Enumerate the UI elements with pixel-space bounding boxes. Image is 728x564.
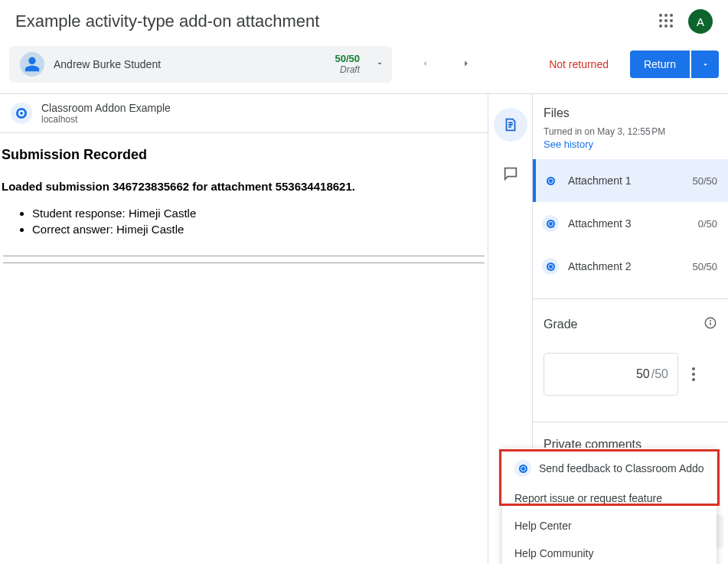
file-score: 0/50 — [698, 218, 717, 230]
student-name: Andrew Burke Student — [54, 58, 325, 70]
files-tab-icon[interactable] — [494, 108, 527, 142]
help-menu-popup: Send feedback to Classroom Addon Example… — [502, 448, 717, 564]
addon-title: Classroom Addon Example — [41, 102, 171, 114]
submission-bullet: Correct answer: Himeji Castle — [32, 223, 486, 236]
account-avatar[interactable]: A — [688, 9, 713, 34]
menu-item-label: Send feedback to Classroom Addon Example — [539, 462, 704, 474]
grade-more-icon[interactable] — [692, 367, 695, 381]
addon-icon — [514, 460, 531, 477]
return-button[interactable]: Return — [630, 51, 690, 78]
submission-heading: Submission Recorded — [2, 147, 486, 163]
file-row[interactable]: Attachment 3 0/50 — [533, 202, 728, 245]
addon-iframe: Submission Recorded Loaded submission 34… — [0, 133, 488, 564]
grade-info-icon[interactable] — [704, 316, 717, 333]
student-avatar-icon — [20, 52, 44, 77]
help-community-item[interactable]: Help Community — [502, 540, 717, 564]
dropdown-arrow-icon — [375, 57, 384, 71]
files-title: Files — [544, 106, 717, 120]
comments-tab-icon[interactable] — [494, 157, 527, 191]
google-apps-icon[interactable] — [659, 14, 674, 29]
submission-loaded-line: Loaded submission 346723835662 for attac… — [2, 180, 486, 193]
file-row[interactable]: Attachment 1 50/50 — [533, 159, 728, 202]
student-score: 50/50 — [335, 54, 360, 64]
file-row[interactable]: Attachment 2 50/50 — [533, 245, 728, 288]
file-score: 50/50 — [692, 175, 717, 187]
help-center-item[interactable]: Help Center — [502, 512, 717, 540]
submission-bullet: Student response: Himeji Castle — [32, 207, 486, 220]
menu-item-label: Help Center — [514, 520, 572, 532]
file-name: Attachment 1 — [568, 174, 683, 187]
svg-point-2 — [710, 321, 711, 321]
attachment-icon — [542, 215, 559, 232]
menu-item-label: Report issue or request feature — [514, 492, 662, 504]
attachment-icon — [542, 258, 559, 275]
send-feedback-item[interactable]: Send feedback to Classroom Addon Example — [502, 452, 717, 484]
file-score: 50/50 — [692, 261, 717, 272]
grading-toolbar: Andrew Burke Student 50/50 Draft Not ret… — [0, 41, 728, 93]
grade-title: Grade — [544, 318, 577, 331]
next-student-button[interactable] — [456, 54, 476, 76]
file-list: Attachment 1 50/50 Attachment 3 0/50 Att… — [533, 158, 728, 288]
see-history-link[interactable]: See history — [544, 139, 593, 150]
return-more-button[interactable] — [691, 51, 719, 78]
return-status: Not returned — [549, 58, 609, 70]
app-header: Example activity-type add-on attachment … — [0, 0, 728, 41]
turned-in-timestamp: Turned in on May 3, 12:55 PM — [544, 126, 717, 137]
student-selector[interactable]: Andrew Burke Student 50/50 Draft — [9, 46, 392, 83]
addon-header: Classroom Addon Example localhost — [0, 94, 488, 133]
main-content: Classroom Addon Example localhost Submis… — [0, 94, 488, 564]
attachment-icon — [542, 172, 559, 189]
draft-label: Draft — [340, 65, 360, 75]
addon-subtitle: localhost — [41, 114, 171, 125]
addon-icon — [11, 103, 32, 124]
grade-input[interactable]: 50/50 — [544, 353, 678, 396]
grade-denominator: /50 — [651, 367, 668, 381]
right-sidebar: Files Turned in on May 3, 12:55 PM See h… — [533, 94, 728, 564]
file-name: Attachment 2 — [568, 260, 683, 272]
report-issue-item[interactable]: Report issue or request feature — [502, 484, 717, 512]
prev-student-button[interactable] — [415, 54, 435, 76]
page-title: Example activity-type add-on attachment — [15, 11, 319, 31]
submission-details: Student response: Himeji Castle Correct … — [2, 207, 486, 236]
grade-value: 50 — [636, 367, 650, 381]
file-name: Attachment 3 — [568, 217, 689, 230]
menu-item-label: Help Community — [514, 547, 593, 559]
